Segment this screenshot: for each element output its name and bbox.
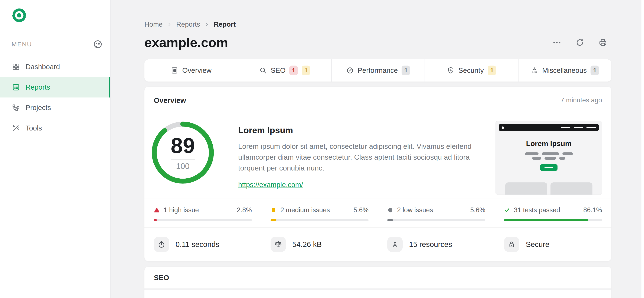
stat-bar-fill — [504, 219, 588, 221]
stat-percent: 86.1% — [583, 206, 602, 214]
tab-label: SEO — [271, 66, 286, 74]
theme-toggle-icon[interactable] — [93, 39, 103, 49]
app-logo-icon[interactable] — [12, 8, 27, 23]
breadcrumb: Home Reports Report — [144, 20, 612, 28]
sidebar-item-projects[interactable]: Projects — [0, 97, 110, 118]
badge-medium: 1 — [488, 65, 496, 75]
preview-heading: Lorem Ipsum — [496, 139, 602, 148]
breadcrumb-reports[interactable]: Reports — [176, 20, 200, 28]
triangle-icon — [154, 207, 160, 213]
shield-icon — [447, 67, 454, 74]
stat-percent: 5.6% — [470, 206, 485, 214]
tab-overview[interactable]: Overview — [144, 59, 238, 81]
chevron-right-icon — [205, 22, 209, 27]
preview-block-placeholders — [496, 182, 602, 195]
projects-icon — [12, 104, 20, 112]
seo-card: SEO — [144, 267, 612, 298]
more-options-button[interactable] — [552, 38, 562, 47]
dashboard-grid-icon — [12, 63, 20, 71]
metric-resources: 15 resources — [378, 228, 495, 261]
score-gauge: 89 100 — [152, 122, 214, 184]
badge-neutral: 1 — [590, 65, 599, 75]
metric-label: 54.26 kB — [292, 240, 322, 249]
check-icon — [504, 207, 510, 213]
sidebar-item-reports[interactable]: Reports — [0, 77, 110, 97]
seo-card-content — [144, 290, 612, 298]
tab-security[interactable]: Security 1 — [424, 59, 518, 81]
issue-stats-row: 1 high issue 2.8% 2 medium issues 5.6% — [144, 199, 612, 228]
breadcrumb-report: Report — [214, 20, 236, 28]
section-title: SEO — [154, 274, 169, 282]
score-value: 89 — [171, 135, 195, 157]
reports-icon — [12, 83, 20, 91]
active-indicator — [109, 77, 110, 97]
metric-security: Secure — [495, 228, 612, 261]
print-button[interactable] — [598, 38, 608, 47]
page-title: example.com — [144, 35, 228, 50]
sidebar: MENU Dashboard — [0, 0, 111, 298]
sidebar-item-label: Projects — [26, 104, 51, 112]
stat-label: 2 low issues — [397, 206, 433, 214]
main-content: Home Reports Report example.com — [144, 0, 612, 298]
site-preview-thumbnail: Lorem Ipsum — [496, 121, 602, 195]
tab-label: Overview — [182, 66, 212, 74]
header-actions — [552, 38, 608, 47]
metric-label: 0.11 seconds — [176, 240, 220, 249]
stat-tests-passed: 31 tests passed 86.1% — [495, 199, 612, 227]
site-description: Lorem ipsum dolor sit amet, consectetur … — [238, 141, 485, 173]
stat-bar-fill — [154, 219, 157, 221]
section-title: Overview — [154, 96, 186, 104]
report-tabs: Overview SEO 1 1 Performance 1 — [144, 59, 612, 81]
circle-icon — [387, 207, 393, 213]
scrollbar-track[interactable] — [642, 0, 644, 298]
tab-label: Performance — [358, 66, 398, 74]
sidebar-item-dashboard[interactable]: Dashboard — [0, 57, 110, 77]
chevron-right-icon — [167, 22, 172, 27]
tools-icon — [12, 124, 20, 132]
shapes-icon — [531, 67, 538, 74]
preview-text-placeholders — [496, 152, 602, 160]
tab-seo[interactable]: SEO 1 1 — [238, 59, 331, 81]
preview-browser-bar — [499, 124, 599, 131]
stat-label: 2 medium issues — [280, 206, 330, 214]
score-divider — [171, 159, 195, 160]
sidebar-menu: Dashboard Reports — [0, 57, 110, 138]
badge-neutral: 1 — [402, 65, 410, 75]
stat-label: 31 tests passed — [514, 206, 560, 214]
resources-icon — [387, 237, 403, 252]
metric-page-size: 54.26 kB — [261, 228, 378, 261]
stat-label: 1 high issue — [164, 206, 199, 214]
tab-performance[interactable]: Performance 1 — [331, 59, 424, 81]
sidebar-item-label: Reports — [26, 83, 50, 91]
badge-medium: 1 — [302, 65, 310, 75]
stat-percent: 2.8% — [237, 206, 252, 214]
score-max: 100 — [176, 162, 190, 171]
stat-bar-fill — [270, 219, 276, 221]
preview-logo-dot — [502, 126, 504, 129]
tab-label: Miscellaneous — [542, 66, 587, 74]
stat-medium-issues: 2 medium issues 5.6% — [261, 199, 378, 227]
metrics-row: 0.11 seconds 54.26 kB — [144, 228, 612, 261]
lock-icon — [504, 237, 520, 252]
menu-section-label: MENU — [12, 41, 32, 48]
overview-list-icon — [171, 67, 178, 74]
tab-miscellaneous[interactable]: Miscellaneous 1 — [518, 59, 612, 81]
site-heading: Lorem Ipsum — [238, 125, 490, 135]
stat-bar-fill — [387, 219, 393, 221]
refresh-button[interactable] — [575, 38, 584, 47]
square-icon — [270, 207, 276, 213]
preview-button-placeholder — [540, 164, 558, 171]
preview-nav-placeholders — [561, 127, 596, 128]
stat-percent: 5.6% — [354, 206, 368, 214]
tab-label: Security — [458, 66, 484, 74]
sidebar-item-tools[interactable]: Tools — [0, 118, 110, 138]
sidebar-item-label: Dashboard — [26, 63, 60, 71]
stat-high-issues: 1 high issue 2.8% — [144, 199, 261, 227]
breadcrumb-home[interactable]: Home — [144, 20, 162, 28]
overview-card: Overview 7 minutes ago 89 100 Lorem Ipsu… — [144, 87, 612, 261]
sidebar-item-label: Tools — [26, 124, 42, 132]
metric-label: Secure — [526, 240, 550, 249]
gauge-icon — [346, 67, 354, 74]
stopwatch-icon — [154, 237, 169, 252]
site-url-link[interactable]: https://example.com/ — [238, 181, 303, 189]
